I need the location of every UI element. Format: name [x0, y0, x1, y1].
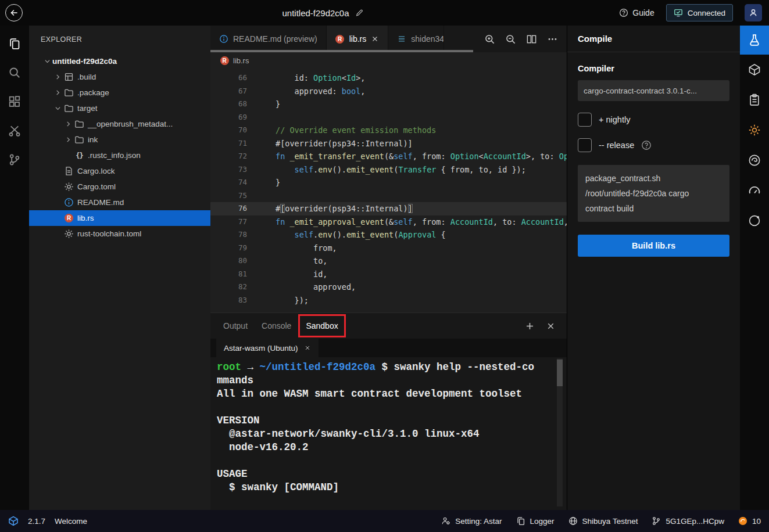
folder-icon — [74, 135, 84, 145]
activity-bar-right — [740, 26, 769, 510]
statusbar-notifications[interactable]: 10 — [738, 516, 761, 526]
guide-button[interactable]: Guide — [619, 8, 654, 17]
avatar-button[interactable] — [745, 4, 762, 21]
zoom-in-icon[interactable] — [484, 34, 495, 45]
more-icon[interactable] — [547, 34, 558, 45]
statusbar-network[interactable]: Shibuya Testnet — [568, 516, 638, 526]
activity-plugins[interactable] — [740, 115, 769, 145]
close-icon[interactable] — [304, 344, 311, 351]
code-line[interactable]: 73 self.env().emit_event(Transfer { from… — [210, 163, 567, 177]
tab-label: lib.rs — [349, 34, 367, 44]
code-line[interactable]: 83 }); — [210, 294, 567, 307]
code-line[interactable]: 66 id: Option<Id>, — [210, 71, 567, 85]
tree-item-build[interactable]: .build — [29, 69, 210, 85]
tree-item-rust-toolchain-toml[interactable]: rust-toolchain.toml — [29, 226, 210, 242]
statusbar-account[interactable]: 5G1GEp...HCpw — [652, 516, 724, 526]
code-line[interactable]: 80 to, — [210, 254, 567, 268]
tree-item-cargo-toml[interactable]: Cargo.toml — [29, 179, 210, 195]
terminal-scrollbar[interactable] — [557, 358, 563, 506]
notification-count: 10 — [752, 517, 761, 526]
code-line[interactable]: 81 id, — [210, 268, 567, 281]
activity-tools[interactable] — [1, 117, 28, 144]
network-label: Shibuya Testnet — [582, 517, 638, 526]
code-line[interactable]: 68} — [210, 98, 567, 111]
activity-logs[interactable] — [740, 85, 769, 115]
tree-item-rustc-info-json[interactable]: {}.rustc_info.json — [29, 148, 210, 163]
terminal-scrollbar-thumb[interactable] — [557, 360, 563, 386]
gear-icon — [64, 182, 74, 192]
activity-extensions[interactable] — [1, 88, 28, 115]
titlebar-actions: Guide Connected — [619, 4, 769, 21]
connected-button[interactable]: Connected — [666, 4, 733, 21]
line-number: 74 — [210, 176, 247, 189]
build-button[interactable]: Build lib.rs — [578, 235, 729, 257]
code-text: approved: bool, — [247, 85, 365, 98]
line-number: 66 — [210, 71, 247, 85]
tree-item-lib-rs[interactable]: Rlib.rs — [29, 210, 210, 226]
code-line[interactable]: 77fn _emit_approval_event(&self, from: A… — [210, 215, 567, 229]
code-line[interactable]: 82 approved, — [210, 281, 567, 294]
compiler-label: Compiler — [578, 64, 729, 73]
code-editor[interactable]: 66 id: Option<Id>,67 approved: bool,68}6… — [210, 69, 567, 312]
back-button[interactable] — [5, 4, 23, 21]
statusbar-logger[interactable]: Logger — [516, 516, 555, 526]
activity-astar[interactable] — [740, 206, 769, 236]
editor-tab-lib-rs[interactable]: Rlib.rs — [327, 26, 389, 52]
activity-search[interactable] — [1, 59, 28, 86]
breadcrumb[interactable]: R lib.rs — [210, 52, 567, 69]
welcome-link[interactable]: Welcome — [55, 517, 87, 526]
code-line[interactable]: 67 approved: bool, — [210, 85, 567, 98]
code-line[interactable]: 70// Override event emission methods — [210, 124, 567, 137]
panel-tab-output[interactable]: Output — [216, 314, 255, 337]
code-line[interactable]: 74} — [210, 176, 567, 189]
line-number: 83 — [210, 294, 247, 307]
question-circle-icon[interactable] — [641, 140, 652, 150]
code-line[interactable]: 75 — [210, 189, 567, 203]
tree-item-cargo-lock[interactable]: Cargo.lock — [29, 163, 210, 179]
tree-item-untitled-f29d2c0a[interactable]: untitled-f29d2c0a — [29, 53, 210, 69]
activity-source-control[interactable] — [1, 146, 28, 173]
tree-item-openbrush-metadat[interactable]: __openbrush_metadat... — [29, 116, 210, 132]
panel-tab-console[interactable]: Console — [255, 314, 298, 337]
gauge-icon — [748, 184, 761, 197]
compiler-select[interactable]: cargo-contract-contract 3.0.1-c... — [578, 80, 729, 101]
code-line[interactable]: 79 from, — [210, 242, 567, 255]
activity-deploy[interactable] — [740, 55, 769, 85]
terminal[interactable]: root → ~/untitled-f29d2c0a $ swanky help… — [210, 357, 567, 510]
editor-tab-actions — [475, 26, 567, 52]
add-icon[interactable] — [525, 321, 535, 331]
editor-tab-shiden34[interactable]: shiden34 — [388, 26, 444, 52]
code-line[interactable]: 71#[overrider(psp34::Internal)] — [210, 137, 567, 150]
activity-compile[interactable] — [740, 26, 769, 55]
code-line[interactable]: 69 — [210, 111, 567, 124]
gear-icon — [64, 229, 74, 239]
list-icon — [397, 34, 406, 44]
terminal-line: All in one WASM smart contract developme… — [217, 387, 553, 401]
tree-item-package[interactable]: .package — [29, 85, 210, 100]
release-checkbox[interactable] — [578, 138, 592, 152]
tools-icon — [8, 124, 21, 137]
close-icon[interactable] — [371, 35, 379, 43]
nightly-checkbox[interactable] — [578, 113, 592, 127]
editor-tab-readme-md-preview[interactable]: README.md (preview) — [210, 26, 327, 52]
script-line: contract build — [585, 201, 722, 216]
code-line[interactable]: 76#[overrider(psp34::Internal)] — [210, 202, 567, 215]
zoom-out-icon[interactable] — [505, 34, 516, 45]
pencil-icon[interactable] — [355, 8, 364, 17]
logger-label: Logger — [530, 517, 555, 526]
panel-tab-sandbox[interactable]: Sandbox — [298, 314, 345, 337]
code-text: id: Option<Id>, — [247, 71, 365, 85]
code-line[interactable]: 78 self.env().emit_event(Approval { — [210, 228, 567, 242]
code-line[interactable]: 72fn _emit_transfer_event(&self, from: O… — [210, 150, 567, 163]
close-icon[interactable] — [546, 321, 556, 331]
tree-item-target[interactable]: target — [29, 100, 210, 116]
tab-scrollbar[interactable] — [210, 50, 473, 52]
activity-metrics[interactable] — [740, 175, 769, 206]
activity-files[interactable] — [1, 30, 28, 57]
activity-openbrush[interactable] — [740, 145, 769, 175]
tree-item-readme-md[interactable]: README.md — [29, 195, 210, 210]
terminal-tab-astar-wasm[interactable]: Astar-wasm (Ubuntu) — [216, 339, 319, 357]
statusbar-setting[interactable]: Setting: Astar — [441, 516, 502, 526]
split-editor-icon[interactable] — [526, 34, 537, 45]
tree-item-ink[interactable]: ink — [29, 132, 210, 148]
